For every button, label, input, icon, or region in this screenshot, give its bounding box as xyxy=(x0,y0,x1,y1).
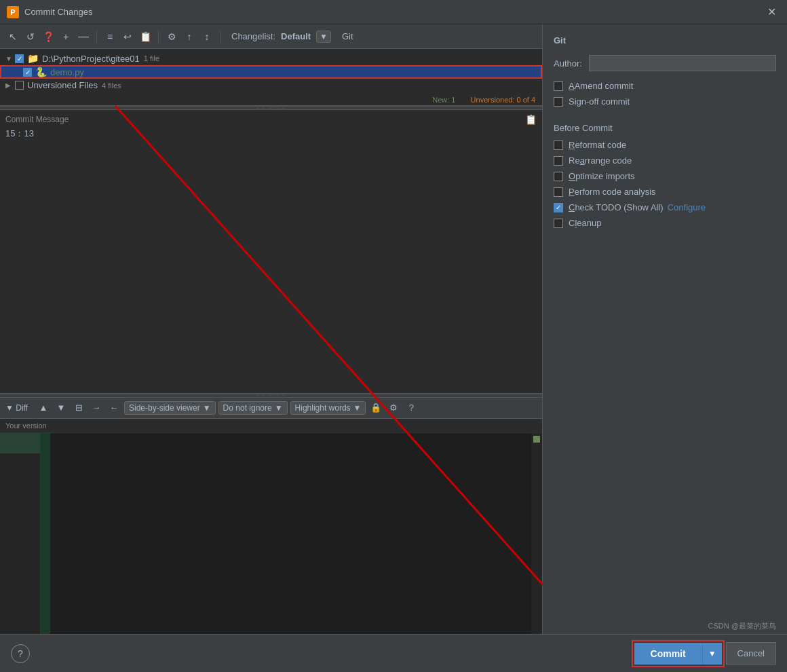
tree-root-count: 1 file xyxy=(144,54,159,62)
diff-nav-4[interactable]: → xyxy=(89,400,104,415)
diff-header: ▼ Diff ▲ ▼ ⊟ → ← Side-by-side viewer ▼ D… xyxy=(0,398,542,419)
amend-commit-checkbox[interactable] xyxy=(554,81,563,91)
optimize-imports-label: Optimize imports xyxy=(569,171,635,181)
status-new: New: 1 xyxy=(432,96,455,104)
diff-highlight-label: Highlight words xyxy=(295,403,351,413)
author-input[interactable] xyxy=(589,55,776,71)
toolbar-btn-5[interactable]: — xyxy=(76,29,91,44)
toolbar-separator-2 xyxy=(158,31,159,43)
git-panel-title: Git xyxy=(554,35,776,45)
git-label: Git xyxy=(342,31,353,41)
tree-unversioned-checkbox[interactable] xyxy=(15,81,24,90)
commit-message-input[interactable]: 15：13 xyxy=(5,128,537,389)
rearrange-code-label: Rearrange code xyxy=(569,155,632,166)
signoff-commit-checkbox[interactable] xyxy=(554,97,563,107)
diff-your-version-label: Your version xyxy=(0,419,542,433)
toolbar-btn-9[interactable]: ⚙ xyxy=(164,29,179,44)
toolbar-btn-11[interactable]: ↕ xyxy=(199,29,214,44)
toolbar-btn-2[interactable]: ↺ xyxy=(23,29,38,44)
author-row: Author: xyxy=(554,55,776,71)
diff-viewer-arrow: ▼ xyxy=(203,403,211,413)
toolbar-btn-7[interactable]: ↩ xyxy=(120,29,135,44)
cleanup-row[interactable]: Cleanup xyxy=(554,218,776,228)
bottom-bar: ? Commit ▼ Cancel xyxy=(0,634,787,672)
diff-nav-down[interactable]: ▼ xyxy=(54,400,69,415)
tree-unversioned-row[interactable]: ▶ Unversioned Files 4 files xyxy=(0,79,542,92)
changelist-label: Changelist: xyxy=(231,31,275,41)
amend-commit-row[interactable]: AAmend commit xyxy=(554,81,776,91)
tree-root-toggle[interactable]: ▼ xyxy=(5,55,15,62)
signoff-commit-row[interactable]: Sign-off commit xyxy=(554,96,776,107)
signoff-commit-label: Sign-off commit xyxy=(569,96,630,107)
reformat-code-label: Reformat code xyxy=(569,140,626,150)
amend-commit-label: AAmend commit xyxy=(569,81,633,91)
rearrange-code-row[interactable]: Rearrange code xyxy=(554,155,776,166)
diff-highlight-dropdown[interactable]: Highlight words ▼ xyxy=(290,401,366,415)
cleanup-label: Cleanup xyxy=(569,218,601,228)
diff-title[interactable]: ▼ Diff xyxy=(5,403,28,413)
commit-dropdown-button[interactable]: ▼ xyxy=(702,643,722,665)
check-todo-label: Check TODO (Show All) xyxy=(569,202,664,212)
tree-root-row[interactable]: ▼ ✓ 📁 D:\PythonProject\gitee01 1 file xyxy=(0,52,542,65)
commit-message-icon[interactable]: 📋 xyxy=(525,114,537,125)
tree-item-demo-py[interactable]: ✓ 🐍 demo.py xyxy=(0,65,542,79)
diff-ignore-arrow: ▼ xyxy=(275,403,283,413)
diff-settings-btn[interactable]: ⚙ xyxy=(386,400,401,415)
diff-ignore-label: Do not ignore xyxy=(223,403,272,413)
diff-nav-5[interactable]: ← xyxy=(107,400,121,415)
cleanup-checkbox[interactable] xyxy=(554,219,563,228)
diff-nav-up[interactable]: ▲ xyxy=(36,400,51,415)
tree-unversioned-toggle[interactable]: ▶ xyxy=(5,81,15,89)
diff-viewer-label: Side-by-side viewer xyxy=(129,403,200,413)
action-buttons: Commit ▼ Cancel xyxy=(634,642,776,665)
author-label: Author: xyxy=(554,58,582,69)
toolbar-btn-10[interactable]: ↑ xyxy=(182,29,197,44)
toolbar-separator-3 xyxy=(220,31,220,43)
tree-root-checkbox[interactable]: ✓ xyxy=(15,54,24,63)
help-button[interactable]: ? xyxy=(11,644,30,663)
diff-scrollbar-thumb xyxy=(533,436,540,443)
diff-highlight-arrow: ▼ xyxy=(353,403,362,413)
diff-gutter-green xyxy=(0,433,40,453)
perform-code-analysis-row[interactable]: Perform code analysis xyxy=(554,187,776,197)
close-button[interactable]: ✕ xyxy=(763,4,780,20)
diff-help-btn[interactable]: ? xyxy=(404,400,419,415)
changelist-dropdown[interactable]: ▼ xyxy=(316,31,331,43)
diff-lock-btn[interactable]: 🔒 xyxy=(368,400,383,415)
status-unversioned: Unversioned: 0 of 4 xyxy=(471,96,535,104)
tree-item-label: demo.py xyxy=(50,67,84,77)
tree-unversioned-count: 4 files xyxy=(102,81,121,90)
window-title: Commit Changes xyxy=(24,7,763,17)
toolbar-btn-4[interactable]: + xyxy=(58,29,73,44)
before-commit-title: Before Commit xyxy=(554,123,776,133)
toolbar-btn-1[interactable]: ↖ xyxy=(5,29,20,44)
rearrange-code-checkbox[interactable] xyxy=(554,156,563,166)
diff-nav-3[interactable]: ⊟ xyxy=(71,400,86,415)
commit-button[interactable]: Commit xyxy=(634,643,702,665)
reformat-code-checkbox[interactable] xyxy=(554,141,563,150)
watermark: CSDN @最菜的菜鸟 xyxy=(708,621,776,631)
titlebar: P Commit Changes ✕ xyxy=(0,0,787,24)
python-file-icon: 🐍 xyxy=(35,67,47,77)
cancel-button[interactable]: Cancel xyxy=(726,642,776,665)
toolbar-btn-8[interactable]: 📋 xyxy=(138,29,153,44)
toolbar-btn-3[interactable]: ❓ xyxy=(41,29,56,44)
reformat-code-row[interactable]: Reformat code xyxy=(554,140,776,150)
commit-button-group: Commit ▼ xyxy=(634,643,722,665)
folder-icon: 📁 xyxy=(27,53,39,64)
perform-code-analysis-label: Perform code analysis xyxy=(569,187,656,197)
diff-viewer-dropdown[interactable]: Side-by-side viewer ▼ xyxy=(124,401,216,415)
check-todo-row[interactable]: ✓ Check TODO (Show All) Configure xyxy=(554,202,776,212)
commit-message-section: Commit Message 📋 15：13 xyxy=(0,110,542,394)
tree-item-checkbox[interactable]: ✓ xyxy=(23,68,32,77)
toolbar-btn-6[interactable]: ≡ xyxy=(102,29,117,44)
configure-link[interactable]: Configure xyxy=(668,202,706,212)
toolbar-separator-1 xyxy=(96,31,97,43)
status-separator xyxy=(461,96,465,104)
check-todo-checkbox[interactable]: ✓ xyxy=(554,203,563,212)
optimize-imports-checkbox[interactable] xyxy=(554,172,563,181)
tree-root-label: D:\PythonProject\gitee01 xyxy=(42,54,140,64)
optimize-imports-row[interactable]: Optimize imports xyxy=(554,171,776,181)
diff-ignore-dropdown[interactable]: Do not ignore ▼ xyxy=(218,401,288,415)
perform-code-analysis-checkbox[interactable] xyxy=(554,187,563,197)
